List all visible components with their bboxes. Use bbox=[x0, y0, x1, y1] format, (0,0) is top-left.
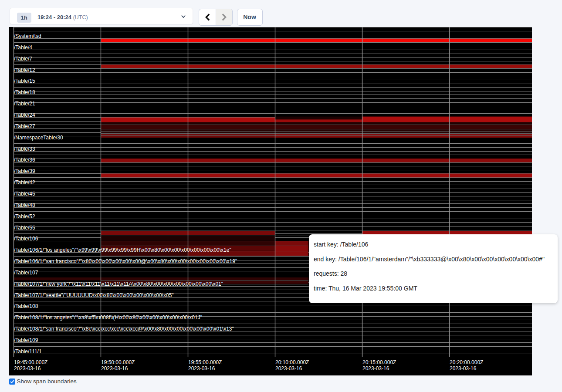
svg-text:/Table/42: /Table/42 bbox=[14, 179, 35, 186]
svg-text:/Table/36: /Table/36 bbox=[14, 157, 35, 163]
svg-text:19:55:00.000Z: 19:55:00.000Z bbox=[188, 359, 222, 365]
svg-text:/Table/111/1: /Table/111/1 bbox=[14, 348, 42, 355]
svg-text:/Table/108/1/"los angeles"/"\x: /Table/108/1/"los angeles"/"\xa8\xf5\u00… bbox=[14, 314, 202, 321]
svg-text:/Table/24: /Table/24 bbox=[14, 112, 35, 118]
svg-text:/Table/107: /Table/107 bbox=[14, 270, 38, 276]
svg-text:2023-03-16: 2023-03-16 bbox=[362, 365, 389, 372]
svg-text:2023-03-16: 2023-03-16 bbox=[14, 365, 41, 372]
svg-text:/Table/12: /Table/12 bbox=[14, 67, 35, 73]
svg-text:/Table/108: /Table/108 bbox=[14, 303, 38, 309]
svg-text:/Table/45: /Table/45 bbox=[14, 191, 35, 197]
svg-text:/Table/109: /Table/109 bbox=[14, 337, 38, 343]
svg-text:/Table/106: /Table/106 bbox=[14, 236, 38, 242]
svg-text:2023-03-16: 2023-03-16 bbox=[275, 365, 302, 372]
svg-text:/Table/7: /Table/7 bbox=[14, 56, 32, 62]
svg-text:/Table/55: /Table/55 bbox=[14, 225, 35, 231]
svg-text:19:45:00.000Z: 19:45:00.000Z bbox=[14, 359, 47, 365]
svg-text:/Table/21: /Table/21 bbox=[14, 101, 35, 107]
svg-text:/Table/33: /Table/33 bbox=[14, 146, 35, 152]
svg-text:2023-03-16: 2023-03-16 bbox=[188, 365, 215, 372]
svg-text:/Table/39: /Table/39 bbox=[14, 168, 35, 174]
svg-text:/Table/106/1/"san francisco"/": /Table/106/1/"san francisco"/"\x80\x00\x… bbox=[14, 258, 237, 264]
svg-text:/Table/106/1/"los angeles"/"\x: /Table/106/1/"los angeles"/"\x99\x99\x99… bbox=[14, 247, 231, 253]
svg-text:20:10:00.000Z: 20:10:00.000Z bbox=[275, 359, 309, 365]
svg-text:/Table/52: /Table/52 bbox=[14, 213, 35, 220]
svg-text:20:20:00.000Z: 20:20:00.000Z bbox=[450, 359, 483, 365]
svg-text:/Table/107/1/"new york"/"\x11\: /Table/107/1/"new york"/"\x11\x11\x11\x1… bbox=[14, 281, 223, 287]
svg-text:2023-03-16: 2023-03-16 bbox=[450, 365, 477, 372]
svg-text:19:50:00.000Z: 19:50:00.000Z bbox=[101, 359, 135, 365]
svg-text:2023-03-16: 2023-03-16 bbox=[101, 365, 128, 372]
svg-text:/NamespaceTable/30: /NamespaceTable/30 bbox=[14, 135, 63, 141]
svg-text:/Table/15: /Table/15 bbox=[14, 78, 35, 84]
svg-text:/Table/4: /Table/4 bbox=[14, 44, 32, 51]
svg-text:/System/tsd: /System/tsd bbox=[14, 33, 41, 39]
svg-text:/Table/108/1/"san francisco"/": /Table/108/1/"san francisco"/"\x8c\xcc\x… bbox=[14, 326, 234, 332]
svg-text:20:15:00.000Z: 20:15:00.000Z bbox=[362, 359, 396, 365]
svg-text:/Table/18: /Table/18 bbox=[14, 89, 35, 95]
svg-text:/Table/48: /Table/48 bbox=[14, 202, 35, 208]
svg-text:/Table/27: /Table/27 bbox=[14, 123, 35, 129]
svg-text:/Table/107/1/"seattle"/"UUUUUU: /Table/107/1/"seattle"/"UUUUUUD\x00\x80\… bbox=[14, 292, 174, 298]
